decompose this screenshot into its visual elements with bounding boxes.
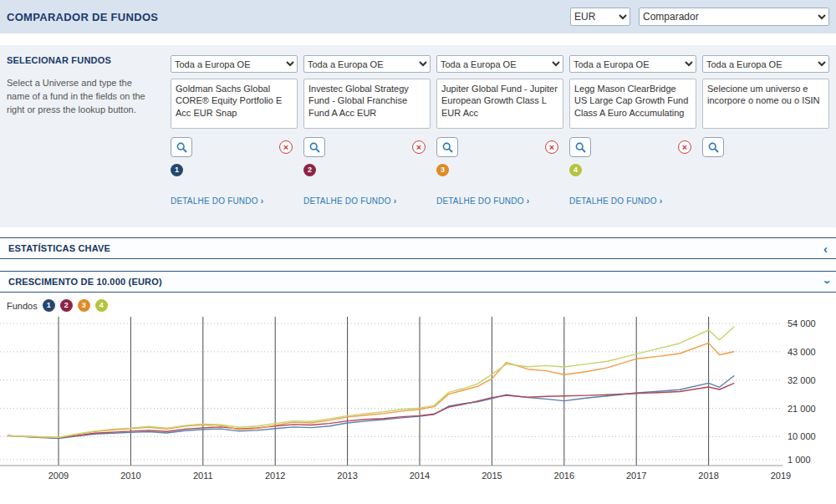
fund-detail-link-3[interactable]: DETALHE DO FUNDO› (436, 196, 529, 206)
fund-badge-4: 4 (569, 164, 582, 176)
svg-text:2015: 2015 (482, 471, 502, 481)
clear-fund-icon-2[interactable]: × (412, 140, 426, 154)
section-key-statistics[interactable]: ESTATÍSTICAS CHAVE ‹ (0, 237, 836, 259)
fund-name-input-3[interactable]: Jupiter Global Fund - Jupiter European G… (436, 79, 563, 129)
fund-column-4: Toda a Europa OE Legg Mason ClearBridge … (569, 55, 696, 227)
chevron-right-icon: › (394, 196, 397, 206)
svg-text:2013: 2013 (337, 471, 357, 481)
svg-text:2009: 2009 (48, 471, 69, 481)
search-icon (442, 142, 453, 153)
chevron-down-icon[interactable]: ‹ (819, 280, 832, 284)
fund-column-3: Toda a Europa OE Jupiter Global Fund - J… (436, 55, 563, 227)
fund-actions-3: × (436, 137, 558, 157)
fund-columns: Toda a Europa OE Goldman Sachs Global CO… (171, 55, 829, 227)
chevron-left-icon[interactable]: ‹ (823, 242, 828, 255)
fund-badge-1: 1 (171, 164, 183, 176)
fund-name-input-2[interactable]: Investec Global Strategy Fund - Global F… (303, 79, 431, 129)
search-icon (176, 142, 187, 153)
fund-detail-label: DETALHE DO FUNDO (303, 196, 391, 206)
fund-name-input-1[interactable]: Goldman Sachs Global CORE® Equity Portfo… (171, 79, 298, 129)
selector-description: Select a Universe and type the name of a… (7, 77, 150, 117)
fund-name-input-5[interactable]: Selecione um universo e incorpore o nome… (702, 79, 829, 129)
legend-badge-1: 1 (43, 299, 55, 312)
svg-text:2012: 2012 (265, 471, 285, 481)
lookup-button-4[interactable] (569, 137, 591, 157)
svg-text:2011: 2011 (193, 471, 213, 481)
selector-intro: SELECIONAR FUNDOS Select a Universe and … (7, 55, 171, 227)
chevron-right-icon: › (261, 196, 264, 206)
fund-column-2: Toda a Europa OE Investec Global Strateg… (303, 55, 431, 227)
legend-badge-2: 2 (60, 299, 73, 312)
chart-legend: Fundos 1 2 3 4 (7, 299, 836, 312)
fund-detail-link-4[interactable]: DETALHE DO FUNDO› (569, 196, 662, 206)
fund-actions-5 (702, 137, 824, 157)
universe-select-3[interactable]: Toda a Europa OE (436, 55, 563, 73)
svg-text:10 000: 10 000 (788, 431, 816, 441)
fund-name-input-4[interactable]: Legg Mason ClearBridge US Large Cap Grow… (569, 79, 696, 129)
lookup-button-2[interactable] (303, 137, 325, 157)
fund-column-5: Toda a Europa OE Selecione um universo e… (702, 55, 829, 227)
svg-text:1 000: 1 000 (788, 455, 811, 465)
fund-detail-label: DETALHE DO FUNDO (171, 196, 258, 206)
legend-label: Fundos (7, 301, 38, 311)
fund-actions-2: × (303, 137, 426, 157)
fund-actions-4: × (569, 137, 691, 157)
currency-select[interactable]: EUR (570, 8, 630, 26)
fund-selector-section: SELECIONAR FUNDOS Select a Universe and … (0, 45, 836, 227)
fund-badge-2: 2 (303, 164, 316, 176)
fund-detail-label: DETALHE DO FUNDO (436, 196, 524, 206)
clear-fund-icon-4[interactable]: × (678, 140, 691, 154)
growth-chart: 54 00043 00032 00021 00010 0001 00020092… (0, 315, 836, 486)
fund-column-1: Toda a Europa OE Goldman Sachs Global CO… (171, 55, 298, 227)
fund-detail-link-2[interactable]: DETALHE DO FUNDO› (303, 196, 396, 206)
legend-badge-3: 3 (78, 299, 90, 312)
fund-actions-1: × (171, 137, 293, 157)
svg-text:2019: 2019 (771, 471, 791, 481)
fund-detail-link-1[interactable]: DETALHE DO FUNDO› (171, 196, 263, 206)
fund-badge-3: 3 (436, 164, 449, 176)
legend-badge-4: 4 (95, 299, 108, 312)
svg-text:54 000: 54 000 (788, 318, 816, 328)
chevron-right-icon: › (660, 196, 663, 206)
header-controls: EUR Comparador (570, 8, 829, 26)
svg-text:2018: 2018 (698, 471, 718, 481)
fund-comparator-app: COMPARADOR DE FUNDOS EUR Comparador SELE… (0, 0, 836, 504)
key-statistics-title: ESTATÍSTICAS CHAVE (8, 243, 110, 253)
lookup-button-1[interactable] (171, 137, 192, 157)
clear-fund-icon-1[interactable]: × (279, 140, 293, 154)
header: COMPARADOR DE FUNDOS EUR Comparador (0, 0, 836, 33)
search-icon (309, 142, 320, 153)
clear-fund-icon-3[interactable]: × (545, 140, 558, 154)
universe-select-4[interactable]: Toda a Europa OE (569, 55, 696, 73)
svg-text:32 000: 32 000 (788, 375, 816, 385)
universe-select-5[interactable]: Toda a Europa OE (702, 55, 829, 73)
fund-detail-label: DETALHE DO FUNDO (569, 196, 657, 206)
search-icon (708, 142, 719, 153)
svg-text:21 000: 21 000 (788, 404, 816, 414)
growth-chart-section: Fundos 1 2 3 4 54 00043 00032 00021 0001… (0, 293, 836, 486)
selector-title: SELECIONAR FUNDOS (7, 55, 161, 65)
universe-select-1[interactable]: Toda a Europa OE (171, 55, 298, 73)
tool-select[interactable]: Comparador (639, 8, 829, 26)
svg-text:2010: 2010 (120, 471, 140, 481)
universe-select-2[interactable]: Toda a Europa OE (303, 55, 431, 73)
lookup-button-5[interactable] (702, 137, 724, 157)
growth-title: CRESCIMENTO DE 10.000 (EURO) (8, 277, 162, 287)
svg-text:43 000: 43 000 (788, 347, 816, 357)
lookup-button-3[interactable] (436, 137, 458, 157)
section-growth-header[interactable]: CRESCIMENTO DE 10.000 (EURO) ‹ (0, 271, 836, 293)
svg-text:2014: 2014 (410, 471, 430, 481)
search-icon (575, 142, 586, 153)
page-title: COMPARADOR DE FUNDOS (7, 11, 158, 23)
chevron-right-icon: › (527, 196, 530, 206)
svg-text:2017: 2017 (626, 471, 646, 481)
svg-text:2016: 2016 (554, 471, 574, 481)
